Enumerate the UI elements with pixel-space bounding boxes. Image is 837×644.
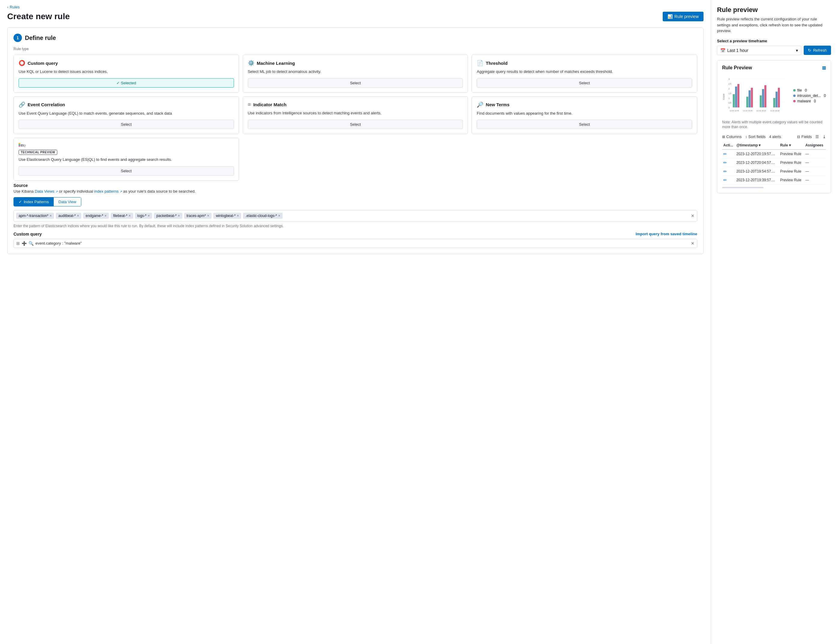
- check-circle-icon: ✓: [19, 200, 22, 204]
- svg-rect-2: [19, 146, 20, 146]
- remove-pattern-8[interactable]: ×: [278, 214, 280, 218]
- search-query-icon: 🔍: [28, 241, 34, 246]
- indicator-match-desc: Use indicators from intelligence sources…: [248, 110, 463, 117]
- chevron-down-icon: ▾: [796, 48, 798, 53]
- columns-icon: ⊞: [722, 135, 725, 139]
- svg-text:2: 2: [729, 87, 730, 89]
- ml-select-btn[interactable]: Select: [248, 78, 463, 88]
- legend-label-malware: malware: [798, 99, 811, 103]
- assignees-2: —: [804, 167, 826, 176]
- edit-row-icon-3[interactable]: ✏: [723, 177, 727, 182]
- remove-pattern-5[interactable]: ×: [178, 214, 180, 218]
- threshold-select-btn[interactable]: Select: [477, 78, 692, 88]
- remove-pattern-4[interactable]: ×: [148, 214, 150, 218]
- custom-query-desc: Use KQL or Lucene to detect issues acros…: [19, 69, 234, 75]
- col-assignees: Assignees: [804, 141, 826, 150]
- download-icon[interactable]: ⤓: [822, 135, 826, 139]
- columns-action[interactable]: ⊞ Columns: [722, 135, 742, 139]
- page-title-row: Create new rule 📊 Rule preview: [7, 12, 704, 21]
- sort-asc-icon: ▾: [759, 143, 760, 147]
- custom-query-select-btn[interactable]: ✓ Selected: [19, 78, 234, 88]
- esql-select-btn[interactable]: Select: [19, 166, 234, 176]
- indicator-match-select-btn[interactable]: Select: [248, 120, 463, 129]
- rule-card-machine-learning: ⚙️ Machine Learning Select ML job to det…: [243, 54, 468, 93]
- col-actions: Acti...: [722, 141, 735, 150]
- custom-query-title: Custom query: [28, 61, 58, 66]
- rule-card-event-correlation: 🔗 Event Correlation Use Event Query Lang…: [13, 96, 239, 135]
- timeframe-select-container[interactable]: 📅 Last 1 hour ▾: [717, 46, 801, 55]
- rule-preview-button[interactable]: 📊 Rule preview: [663, 12, 704, 21]
- rule-preview-card: Rule Preview ⊞ Count 3 2.5 2 1.5 1 0.5 0: [717, 60, 831, 194]
- refresh-icon: ↻: [808, 48, 811, 53]
- source-desc: Use Kibana Data Views ↗ or specify indiv…: [13, 189, 697, 194]
- rule-3: Preview Rule: [779, 176, 804, 184]
- right-panel: Rule preview Rule preview reflects the c…: [711, 0, 837, 644]
- rule-card-header: ≡ Indicator Match: [248, 102, 463, 108]
- table-row: ✏ 2023-12-20T19:54:57.... Preview Rule —: [722, 167, 826, 176]
- fields-action[interactable]: ⊟ Fields: [797, 135, 812, 139]
- rule-card-new-terms: 🔎 New Terms Find documents with values a…: [472, 96, 697, 135]
- ml-desc: Select ML job to detect anomalous activi…: [248, 69, 463, 75]
- custom-query-icon: ⭕: [19, 60, 25, 66]
- preview-table-header: ⊞ Columns ↕ Sort fields 4 alerts ⊟ Field…: [722, 135, 826, 139]
- event-correlation-select-btn[interactable]: Select: [19, 120, 234, 129]
- clear-query-btn[interactable]: ✕: [691, 241, 694, 246]
- source-title: Source: [13, 183, 697, 188]
- remove-pattern-6[interactable]: ×: [207, 214, 209, 218]
- svg-rect-30: [778, 88, 780, 107]
- remove-pattern-1[interactable]: ×: [77, 214, 79, 218]
- pattern-pill-0: apm-*-transaction* ×: [16, 213, 54, 219]
- data-view-tab[interactable]: Data View: [54, 197, 81, 206]
- sort-fields-action[interactable]: ↕ Sort fields: [745, 135, 766, 139]
- remove-pattern-0[interactable]: ×: [49, 214, 52, 218]
- edit-row-icon-0[interactable]: ✏: [723, 151, 727, 156]
- svg-text:2.5: 2.5: [729, 83, 731, 85]
- svg-rect-29: [776, 92, 778, 107]
- legend-malware: malware 0: [793, 99, 826, 103]
- expand-icon[interactable]: ⊞: [822, 65, 826, 71]
- esql-logo-icon: ES|QL: [19, 143, 26, 148]
- new-terms-icon: 🔎: [477, 102, 483, 108]
- clear-patterns-btn[interactable]: ✕: [691, 214, 694, 218]
- refresh-button[interactable]: ↻ Refresh: [804, 46, 831, 55]
- remove-pattern-3[interactable]: ×: [129, 214, 131, 218]
- right-panel-title: Rule preview: [717, 6, 831, 14]
- index-patterns-input[interactable]: apm-*-transaction* × auditbeat-* × endga…: [13, 210, 697, 222]
- rule-card-header: 🔗 Event Correlation: [19, 102, 234, 108]
- svg-text:3: 3: [729, 78, 730, 80]
- index-patterns-tab[interactable]: ✓ Index Patterns: [14, 197, 54, 206]
- alerts-count-badge: 4 alerts: [769, 135, 781, 139]
- rule-card-custom-query: ⭕ Custom query Use KQL or Lucene to dete…: [13, 54, 239, 93]
- rule-card-indicator-match: ≡ Indicator Match Use indicators from in…: [243, 96, 468, 135]
- threshold-desc: Aggregate query results to detect when n…: [477, 69, 692, 75]
- legend-dot-malware: [793, 100, 796, 102]
- col-rule[interactable]: Rule ▾: [779, 141, 804, 150]
- chart-canvas: Count 3 2.5 2 1.5 1 0.5 0: [722, 74, 788, 117]
- back-link[interactable]: ‹ Rules: [7, 5, 704, 9]
- new-terms-select-btn[interactable]: Select: [477, 120, 692, 129]
- legend-count-intrusion: 0: [824, 94, 826, 98]
- import-timeline-link[interactable]: Import query from saved timeline: [636, 232, 697, 236]
- query-input[interactable]: [35, 241, 689, 245]
- legend-label-file: file: [798, 88, 802, 92]
- edit-row-icon-1[interactable]: ✏: [723, 160, 727, 165]
- table-view-icon[interactable]: ☰: [816, 135, 819, 139]
- indicator-match-icon: ≡: [248, 102, 251, 108]
- index-patterns-link[interactable]: index patterns ↗: [94, 189, 123, 194]
- data-views-link[interactable]: Data Views ↗: [35, 189, 59, 194]
- rule-2: Preview Rule: [779, 167, 804, 176]
- remove-pattern-7[interactable]: ×: [237, 214, 239, 218]
- svg-rect-27: [765, 85, 766, 107]
- timeframe-row: 📅 Last 1 hour ▾ ↻ Refresh: [717, 46, 831, 55]
- rule-cards-grid: ⭕ Custom query Use KQL or Lucene to dete…: [13, 54, 697, 134]
- remove-pattern-2[interactable]: ×: [104, 214, 107, 218]
- pattern-pill-3: filebeat-* ×: [111, 213, 133, 219]
- pattern-pill-8: .elastic-cloud-logs-* ×: [243, 213, 282, 219]
- col-timestamp[interactable]: @timestamp ▾: [735, 141, 779, 150]
- assignees-1: —: [804, 158, 826, 167]
- pattern-pill-1: auditbeat-* ×: [56, 213, 81, 219]
- bar-chart-svg: Count 3 2.5 2 1.5 1 0.5 0: [722, 74, 788, 117]
- add-filter-icon[interactable]: ➕: [21, 241, 27, 246]
- edit-row-icon-2[interactable]: ✏: [723, 169, 727, 174]
- ml-icon: ⚙️: [248, 60, 254, 66]
